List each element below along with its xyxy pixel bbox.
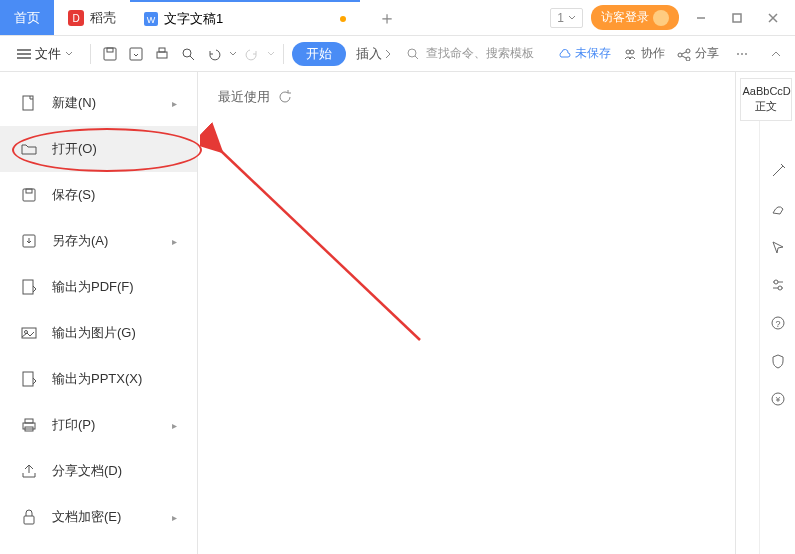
- svg-text:¥: ¥: [774, 395, 780, 404]
- page-indicator[interactable]: 1: [550, 8, 583, 28]
- menu-print[interactable]: 打印(P) ▸: [0, 402, 197, 448]
- svg-rect-24: [23, 189, 35, 201]
- chevron-right-icon: ▸: [172, 512, 177, 523]
- svg-point-38: [778, 286, 782, 290]
- close-button[interactable]: [759, 4, 787, 32]
- menu-share-doc[interactable]: 分享文档(D): [0, 448, 197, 494]
- menu-save[interactable]: 保存(S): [0, 172, 197, 218]
- lock-icon: [20, 508, 38, 526]
- tool-help-icon[interactable]: ?: [768, 313, 788, 333]
- tab-daoke-label: 稻壳: [90, 9, 116, 27]
- search-box[interactable]: 查找命令、搜索模板: [406, 45, 534, 62]
- chevron-right-icon: [384, 49, 392, 59]
- svg-rect-10: [159, 48, 165, 52]
- svg-point-20: [737, 53, 739, 55]
- saveas-icon[interactable]: [125, 43, 147, 65]
- pptx-icon: [20, 370, 38, 388]
- print-icon[interactable]: [151, 43, 173, 65]
- svg-point-37: [774, 280, 778, 284]
- style-name: 正文: [743, 99, 789, 114]
- share-icon: [677, 47, 691, 61]
- svg-text:W: W: [147, 15, 156, 25]
- menu-item-label: 输出为PPTX(X): [52, 370, 142, 388]
- chevron-down-icon[interactable]: [229, 50, 237, 58]
- file-menu-button[interactable]: 文件: [8, 40, 82, 68]
- tool-format-icon[interactable]: [768, 161, 788, 181]
- refresh-icon[interactable]: [278, 90, 292, 104]
- svg-text:?: ?: [775, 319, 780, 329]
- people-icon: [623, 47, 637, 61]
- svg-rect-28: [22, 328, 36, 338]
- unsaved-dot-icon: [340, 16, 346, 22]
- menu-item-label: 新建(N): [52, 94, 96, 112]
- save-icon[interactable]: [99, 43, 121, 65]
- menu-export-pdf[interactable]: 输出为PDF(F): [0, 264, 197, 310]
- tab-daoke[interactable]: D 稻壳: [54, 0, 130, 35]
- ribbon-tab-start[interactable]: 开始: [292, 42, 346, 66]
- svg-point-18: [686, 49, 690, 53]
- maximize-button[interactable]: [723, 4, 751, 32]
- tool-paint-icon[interactable]: [768, 199, 788, 219]
- tab-home[interactable]: 首页: [0, 0, 54, 35]
- tool-rmb-icon[interactable]: ¥: [768, 389, 788, 409]
- daoke-icon: D: [68, 10, 84, 26]
- menu-item-label: 输出为图片(G): [52, 324, 136, 342]
- svg-rect-9: [157, 52, 167, 58]
- svg-rect-32: [25, 419, 33, 423]
- pdf-icon: [20, 278, 38, 296]
- ribbon-tab-insert[interactable]: 插入: [350, 42, 398, 66]
- tool-select-icon[interactable]: [768, 237, 788, 257]
- login-button[interactable]: 访客登录: [591, 5, 679, 30]
- folder-open-icon: [20, 140, 38, 158]
- svg-rect-25: [26, 189, 32, 193]
- share-button[interactable]: 分享: [677, 45, 719, 62]
- menu-item-label: 文档加密(E): [52, 508, 121, 526]
- svg-text:D: D: [72, 13, 79, 24]
- print-icon: [20, 416, 38, 434]
- style-preview[interactable]: AaBbCcD 正文: [740, 78, 792, 121]
- search-icon: [406, 47, 420, 61]
- chevron-down-icon[interactable]: [267, 50, 275, 58]
- svg-point-11: [183, 49, 191, 57]
- menu-export-image[interactable]: 输出为图片(G): [0, 310, 197, 356]
- tab-document[interactable]: W 文字文稿1: [130, 0, 360, 35]
- collab-button[interactable]: 协作: [623, 45, 665, 62]
- svg-rect-27: [23, 280, 33, 294]
- svg-rect-23: [23, 96, 33, 110]
- tab-add[interactable]: ＋: [360, 0, 414, 35]
- minimize-button[interactable]: [687, 4, 715, 32]
- tool-protect-icon[interactable]: [768, 351, 788, 371]
- menu-item-label: 打印(P): [52, 416, 95, 434]
- redo-button[interactable]: [241, 43, 263, 65]
- chevron-right-icon: ▸: [172, 420, 177, 431]
- svg-point-16: [630, 50, 634, 54]
- menu-item-label: 另存为(A): [52, 232, 108, 250]
- svg-point-15: [626, 50, 630, 54]
- file-menu: 新建(N) ▸ 打开(O) 保存(S) 另存为(A) ▸ 输出为PDF(F) 输…: [0, 72, 198, 554]
- undo-button[interactable]: [203, 43, 225, 65]
- menu-encrypt[interactable]: 文档加密(E) ▸: [0, 494, 197, 540]
- svg-rect-30: [23, 372, 33, 386]
- svg-rect-8: [130, 48, 142, 60]
- more-icon[interactable]: [731, 43, 753, 65]
- menu-item-label: 保存(S): [52, 186, 95, 204]
- preview-icon[interactable]: [177, 43, 199, 65]
- svg-point-22: [745, 53, 747, 55]
- menu-saveas[interactable]: 另存为(A) ▸: [0, 218, 197, 264]
- menu-item-label: 输出为PDF(F): [52, 278, 134, 296]
- menu-open[interactable]: 打开(O): [0, 126, 197, 172]
- unsaved-indicator[interactable]: 未保存: [557, 45, 611, 62]
- svg-line-12: [190, 56, 194, 60]
- tool-settings-icon[interactable]: [768, 275, 788, 295]
- chevron-right-icon: ▸: [172, 236, 177, 247]
- menu-export-pptx[interactable]: 输出为PPTX(X): [0, 356, 197, 402]
- style-sample: AaBbCcD: [743, 85, 789, 97]
- collapse-ribbon-icon[interactable]: [765, 43, 787, 65]
- menu-new[interactable]: 新建(N) ▸: [0, 80, 197, 126]
- svg-point-17: [678, 53, 682, 57]
- saveas-icon: [20, 232, 38, 250]
- content-area: 最近使用: [198, 72, 735, 554]
- svg-rect-6: [104, 48, 116, 60]
- svg-rect-34: [24, 516, 34, 524]
- svg-point-21: [741, 53, 743, 55]
